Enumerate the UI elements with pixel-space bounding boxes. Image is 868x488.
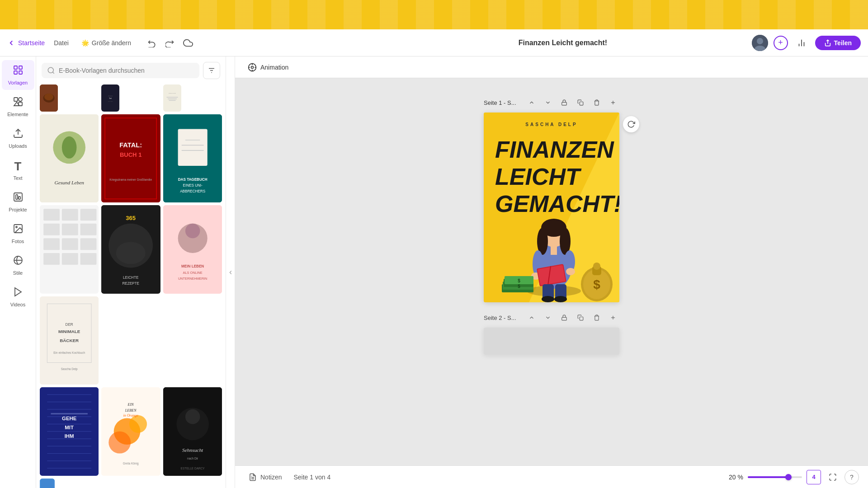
template-card-dark-text[interactable]: Sachbuch Titel Autor Name (101, 84, 119, 112)
template-card-mein[interactable]: MEIN LEBEN ALS ONLINE UNTERNEHMERIN (163, 205, 222, 293)
template-card-soup[interactable] (40, 84, 58, 112)
svg-text:Autor Name: Autor Name (108, 101, 113, 102)
svg-rect-58 (43, 209, 60, 221)
template-card-fatal[interactable]: FATAL: BUCH 1 Kriegsdrama meiner Großfam… (101, 114, 160, 202)
page-1-duplicate-button[interactable] (574, 96, 587, 109)
svg-rect-139 (551, 246, 557, 255)
sidebar-item-stile[interactable]: Stile (2, 250, 34, 280)
sidebar-item-fotos[interactable]: Fotos (2, 219, 34, 249)
svg-text:EIN: EIN (127, 403, 134, 407)
template-card-sascha[interactable]: Sascha Prohm (163, 84, 181, 112)
page-2-up-button[interactable] (525, 311, 538, 324)
datei-menu-button[interactable]: Datei (50, 37, 72, 49)
template-card-orange[interactable]: EIN LEBEN in Orange Greta König (101, 387, 160, 475)
svg-rect-18 (19, 197, 20, 199)
svg-rect-120 (41, 479, 54, 488)
page-2-down-button[interactable] (542, 311, 554, 324)
page-1-up-button[interactable] (525, 96, 538, 109)
svg-text:MIT: MIT (65, 425, 74, 430)
svg-text:MEIN LEBEN: MEIN LEBEN (181, 265, 204, 269)
page-1-label: Seite 1 - S... (484, 99, 522, 106)
undo-button[interactable] (144, 35, 160, 51)
svg-text:BÄCKER: BÄCKER (60, 338, 79, 343)
page-2-canvas[interactable] (484, 328, 619, 355)
grid-view-button[interactable]: 4 (807, 470, 821, 484)
elemente-label: Elemente (7, 112, 28, 117)
svg-point-107 (129, 415, 147, 433)
page-2-delete-button[interactable] (590, 311, 603, 324)
sidebar-item-elemente[interactable]: Elemente (2, 92, 34, 122)
svg-text:Greta König: Greta König (123, 462, 139, 466)
svg-rect-123 (562, 102, 567, 105)
analytics-button[interactable] (793, 35, 810, 51)
design-canvas[interactable]: SASCHA DELP FINANZEN LEICHT GEMACHT! (484, 113, 619, 302)
zoom-slider-fill (748, 476, 788, 478)
template-row-3: 365 LEICHTE REZEPTE MEIN LEBEN ALS ONLIN… (40, 205, 222, 293)
canvas-scroll[interactable]: Seite 1 - S... (235, 78, 868, 488)
svg-point-23 (48, 67, 53, 73)
collapse-panel-button[interactable] (226, 56, 235, 488)
template-card-blue-photo[interactable] (40, 479, 55, 488)
svg-text:UNTERNEHMERIN: UNTERNEHMERIN (178, 277, 207, 281)
fotos-icon (13, 223, 24, 237)
sidebar-item-text[interactable]: T Text (2, 155, 34, 185)
sidebar-item-videos[interactable]: Videos (2, 282, 34, 312)
template-card-365[interactable]: 365 LEICHTE REZEPTE (101, 205, 160, 293)
svg-text:FATAL:: FATAL: (120, 141, 142, 149)
notes-button[interactable]: Notizen (244, 470, 286, 484)
template-card-pattern[interactable] (40, 205, 99, 293)
search-input[interactable] (59, 67, 194, 74)
svg-text:Sascha Delp: Sascha Delp (61, 367, 78, 371)
page-1-down-button[interactable] (542, 96, 554, 109)
back-to-home-button[interactable]: Startseite (7, 39, 45, 47)
zoom-slider-thumb[interactable] (785, 474, 792, 480)
share-button[interactable]: Teilen (815, 36, 861, 50)
svg-text:BUCH 1: BUCH 1 (120, 151, 142, 158)
user-avatar[interactable] (752, 35, 768, 51)
template-row-4: DER MINIMALE BÄCKER Ein einfaches Kochbu… (40, 296, 222, 385)
svg-text:Sachbuch: Sachbuch (108, 95, 113, 97)
refresh-design-button[interactable] (623, 116, 639, 132)
redo-button[interactable] (162, 35, 178, 51)
svg-text:Titel: Titel (109, 98, 112, 99)
svg-rect-163 (580, 317, 583, 320)
template-card-gehe[interactable]: GEHE MIT IHM (40, 387, 99, 475)
fullscreen-button[interactable] (826, 470, 840, 484)
template-card-minimal-baker[interactable]: DER MINIMALE BÄCKER Ein einfaches Kochbu… (40, 296, 99, 385)
svg-rect-7 (14, 66, 17, 69)
svg-point-1 (757, 38, 763, 44)
add-collaborator-button[interactable]: + (774, 36, 788, 50)
svg-text:REZEPTE: REZEPTE (123, 282, 140, 286)
vorlagen-icon (13, 65, 24, 78)
stile-icon (13, 255, 24, 268)
filter-button[interactable] (203, 62, 220, 79)
template-row-6 (40, 479, 222, 488)
template-card-sehnsucht[interactable]: Sehnsucht nach Dir ESTELLE DARCY (163, 387, 222, 475)
page-2-controls: Seite 2 - S... (484, 311, 619, 324)
page-2-add-button[interactable] (607, 311, 619, 324)
page-1-lock-button[interactable] (558, 96, 571, 109)
svg-rect-69 (80, 253, 97, 265)
resize-button[interactable]: 🌟 Größe ändern (78, 37, 135, 49)
sidebar-item-projekte[interactable]: Projekte (2, 187, 34, 217)
svg-text:DER: DER (66, 323, 73, 327)
page-1-delete-button[interactable] (590, 96, 603, 109)
cloud-save-button[interactable] (180, 35, 196, 51)
template-card-gesund[interactable]: Gesund Leben (40, 114, 99, 202)
help-button[interactable]: ? (844, 470, 859, 484)
page-2-lock-button[interactable] (558, 311, 571, 324)
sidebar-item-uploads[interactable]: Uploads (2, 123, 34, 153)
svg-rect-38 (168, 99, 177, 99)
zoom-slider[interactable] (748, 476, 802, 478)
svg-text:Kriegsdrama meiner Großfamilie: Kriegsdrama meiner Großfamilie (110, 178, 152, 182)
page-2-duplicate-button[interactable] (574, 311, 587, 324)
search-input-wrapper[interactable] (42, 63, 199, 78)
page-1-add-button[interactable] (607, 96, 619, 109)
svg-rect-66 (80, 239, 97, 250)
sidebar: Vorlagen Elemente Uploads (0, 56, 36, 488)
projekte-label: Projekte (9, 207, 27, 212)
sidebar-item-vorlagen[interactable]: Vorlagen (2, 60, 34, 90)
template-card-teal[interactable]: DAS TAGEBUCH EINES UNI- ABBRECHERS (163, 114, 222, 202)
svg-text:ESTELLE DARCY: ESTELLE DARCY (180, 467, 205, 470)
animation-button[interactable]: Animation (242, 60, 294, 75)
